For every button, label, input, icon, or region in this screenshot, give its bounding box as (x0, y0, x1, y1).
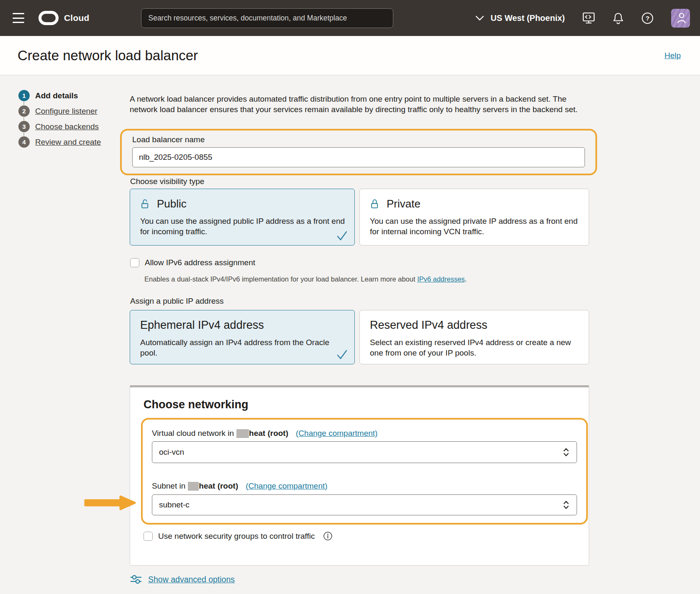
subnet-change-compartment-link[interactable]: (Change compartment) (246, 481, 327, 491)
chevron-down-icon (475, 15, 484, 21)
card-title: Public (157, 197, 187, 210)
step-label[interactable]: Configure listener (35, 107, 97, 116)
card-description: Automatically assign an IPv4 address fro… (140, 337, 341, 358)
subnet-label-prefix: Subnet in (152, 481, 185, 491)
page-title: Create network load balancer (18, 48, 198, 64)
topbar-actions: US West (Phoenix) ? (475, 9, 700, 28)
vcn-compartment: heat (root) (249, 429, 288, 438)
load-balancer-name-label: Load balancer name (132, 135, 585, 144)
stepper-item-add-details: 1 Add details (18, 90, 101, 101)
info-icon[interactable] (323, 531, 333, 541)
select-chevrons-icon (562, 447, 570, 457)
subnet-select-value: subnet-c (159, 500, 190, 510)
card-description: Select an existing reserved IPv4 address… (370, 337, 578, 358)
ipv6-helper-text: Enables a dual-stack IPv4/IPv6 implement… (144, 275, 467, 283)
networking-title: Choose networking (144, 398, 249, 411)
vcn-field-label: Virtual cloud network in heat (root) (Ch… (152, 429, 377, 438)
hamburger-icon (13, 13, 24, 14)
advanced-options-row: Show advanced options (130, 574, 235, 584)
card-description: You can use the assigned public IP addre… (140, 216, 346, 237)
region-selector[interactable]: US West (Phoenix) (475, 13, 565, 23)
card-title: Private (387, 197, 421, 210)
svg-text:?: ? (646, 15, 649, 22)
selected-check-icon (336, 231, 348, 241)
person-icon (674, 12, 687, 24)
visibility-section-label: Choose visibility type (130, 177, 204, 186)
selected-check-icon (336, 350, 348, 360)
page: Cloud US West (Phoenix) (0, 0, 700, 594)
lock-open-icon (140, 199, 151, 210)
public-ip-section-label: Assign a public IP address (130, 297, 224, 306)
wizard-stepper: 1 Add details 2 Configure listener 3 Cho… (18, 90, 101, 152)
vcn-label-prefix: Virtual cloud network in (152, 429, 234, 438)
visibility-card-private[interactable]: Private You can use the assigned private… (359, 189, 589, 246)
choose-networking-card: Choose networking Virtual cloud network … (130, 385, 589, 566)
search-input[interactable] (141, 8, 393, 28)
step-number: 4 (18, 136, 30, 148)
oracle-logo-icon (38, 11, 59, 25)
helper-prefix: Enables a dual-stack IPv4/IPv6 implement… (144, 275, 417, 283)
ipv6-addresses-link[interactable]: IPv6 addresses (417, 275, 465, 283)
lock-closed-icon (370, 199, 380, 210)
nsg-checkbox-label: Use network security groups to control t… (158, 532, 315, 541)
page-header: Create network load balancer Help (0, 36, 700, 75)
visibility-card-public[interactable]: Public You can use the assigned public I… (130, 189, 355, 246)
brand-label: Cloud (64, 13, 89, 23)
oracle-cloud-logo[interactable]: Cloud (38, 11, 89, 25)
ipv6-checkbox[interactable] (130, 258, 139, 267)
stepper-item-configure-listener[interactable]: 2 Configure listener (18, 105, 101, 117)
hamburger-menu-button[interactable] (13, 13, 25, 23)
subnet-compartment: heat (root) (199, 481, 238, 491)
intro-description: A network load balancer provides automat… (130, 94, 594, 115)
networking-highlight: Virtual cloud network in heat (root) (Ch… (141, 418, 588, 525)
card-description: You can use the assigned private IP addr… (370, 216, 579, 237)
name-field-highlight: Load balancer name nlb_2025-0205-0855 (120, 129, 597, 175)
annotation-arrow-icon (84, 494, 137, 512)
user-avatar[interactable] (671, 9, 690, 28)
region-label: US West (Phoenix) (491, 13, 565, 23)
select-chevrons-icon (562, 500, 570, 510)
show-advanced-options-link[interactable]: Show advanced options (148, 575, 235, 584)
stepper-item-choose-backends[interactable]: 3 Choose backends (18, 121, 101, 132)
global-search (141, 8, 393, 28)
redacted-text (236, 429, 249, 438)
stepper-item-review-and-create[interactable]: 4 Review and create (18, 136, 101, 148)
topbar: Cloud US West (Phoenix) (0, 0, 700, 36)
load-balancer-name-value: nlb_2025-0205-0855 (139, 153, 212, 162)
help-link[interactable]: Help (664, 51, 681, 60)
vcn-select-value: oci-vcn (159, 448, 184, 457)
ipv6-checkbox-row: Allow IPv6 address assignment (130, 258, 255, 267)
step-label[interactable]: Review and create (35, 138, 101, 147)
card-title: Ephemeral IPv4 address (140, 319, 264, 331)
step-label[interactable]: Choose backends (35, 122, 99, 131)
help-question-icon[interactable]: ? (641, 12, 654, 24)
step-label: Add details (35, 91, 78, 100)
vcn-select[interactable]: oci-vcn (152, 441, 577, 463)
step-number: 1 (18, 90, 30, 101)
sliders-icon (130, 574, 142, 584)
load-balancer-name-input[interactable]: nlb_2025-0205-0855 (132, 147, 585, 167)
vcn-change-compartment-link[interactable]: (Change compartment) (296, 429, 377, 438)
ipv6-checkbox-label: Allow IPv6 address assignment (145, 258, 255, 267)
helper-suffix: . (465, 275, 467, 283)
notifications-bell-icon[interactable] (613, 12, 624, 24)
step-number: 2 (18, 105, 30, 117)
subnet-select[interactable]: subnet-c (152, 494, 577, 515)
nsg-checkbox[interactable] (144, 532, 153, 541)
nsg-checkbox-row: Use network security groups to control t… (144, 531, 333, 541)
ip-card-ephemeral[interactable]: Ephemeral IPv4 address Automatically ass… (130, 310, 355, 364)
subnet-field-label: Subnet in heat (root) (Change compartmen… (152, 481, 328, 491)
visibility-cards: Public You can use the assigned public I… (130, 189, 589, 246)
ip-card-reserved[interactable]: Reserved IPv4 address Select an existing… (359, 310, 589, 364)
cloud-shell-icon[interactable] (582, 12, 595, 24)
public-ip-cards: Ephemeral IPv4 address Automatically ass… (130, 310, 589, 364)
card-title: Reserved IPv4 address (370, 319, 487, 331)
redacted-text (188, 482, 199, 491)
step-number: 3 (18, 121, 30, 132)
